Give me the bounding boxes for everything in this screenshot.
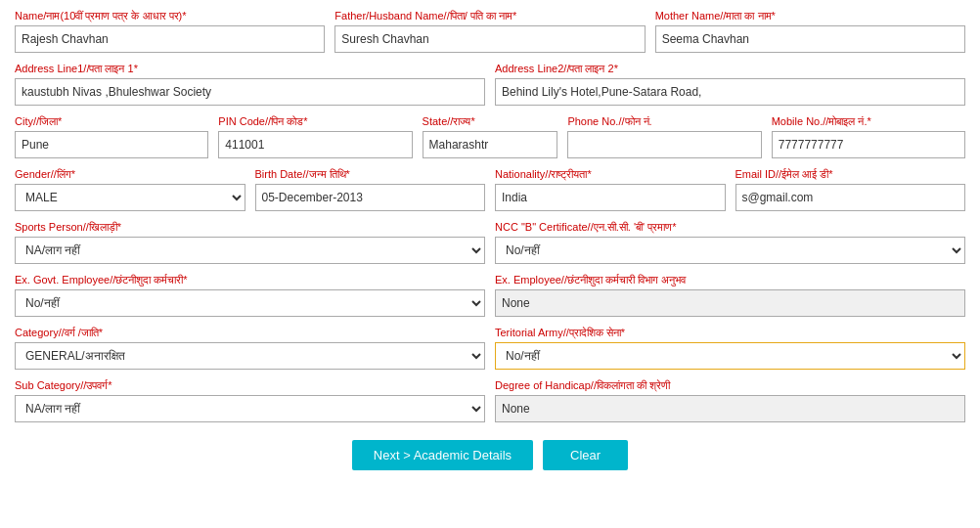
email-label: Email ID//ईमेल आई डी* [735, 168, 966, 181]
territorial-select[interactable]: No/नहीं Yes/हाँ [495, 342, 965, 370]
address1-input[interactable] [15, 78, 485, 106]
phone-group: Phone No.//फोन नं. [567, 115, 761, 158]
gender-select[interactable]: MALE FEMALE OTHER [15, 184, 245, 211]
address1-label: Address Line1//पता लाइन 1* [15, 63, 485, 75]
exemployee-group: Ex. Employee//छंटनीशुदा कर्मचारी विभाग अ… [495, 274, 965, 317]
gender-group: Gender//लिंग* MALE FEMALE OTHER [15, 168, 245, 211]
next-button[interactable]: Next > Academic Details [352, 440, 533, 470]
city-input[interactable] [15, 131, 208, 158]
button-row: Next > Academic Details Clear [15, 440, 965, 480]
mother-group: Mother Name//माता का नाम* [655, 10, 965, 53]
father-input[interactable] [334, 25, 645, 53]
mobile-input[interactable] [772, 131, 965, 158]
birthdate-group: Birth Date//जन्म तिथि* [255, 168, 486, 211]
ncc-group: NCC "B" Certificate//एन.सी.सी. 'बी' प्रम… [495, 221, 965, 264]
mobile-label: Mobile No.//मोबाइल नं.* [772, 115, 965, 128]
form-container: Name/नाम(10वीं प्रमाण पत्र के आधार पर)* … [15, 10, 965, 480]
sports-group: Sports Person//खिलाड़ी* NA/लाग नहीं Yes/… [15, 221, 485, 264]
nationality-label: Nationality//राष्ट्रीयता* [495, 168, 726, 181]
sports-select[interactable]: NA/लाग नहीं Yes/हाँ No/नहीं [15, 237, 485, 264]
name-group: Name/नाम(10वीं प्रमाण पत्र के आधार पर)* [15, 10, 325, 53]
subcategory-label: Sub Category//उपवर्ग* [15, 379, 485, 392]
row-city-contact: City//जिला* PIN Code//पिन कोड* State//रा… [15, 115, 965, 158]
row-names: Name/नाम(10वीं प्रमाण पत्र के आधार पर)* … [15, 10, 965, 53]
ncc-label: NCC "B" Certificate//एन.सी.सी. 'बी' प्रम… [495, 221, 965, 234]
row-sports-ncc: Sports Person//खिलाड़ी* NA/लाग नहीं Yes/… [15, 221, 965, 264]
subcategory-group: Sub Category//उपवर्ग* NA/लाग नहीं [15, 379, 485, 422]
nationality-group: Nationality//राष्ट्रीयता* [495, 168, 726, 211]
row-subcategory: Sub Category//उपवर्ग* NA/लाग नहीं Degree… [15, 379, 965, 422]
state-group: State//राज्य* [423, 115, 558, 158]
address1-group: Address Line1//पता लाइन 1* [15, 63, 485, 106]
address2-input[interactable] [495, 78, 965, 106]
handicap-label: Degree of Handicap//विकलांगता की श्रेणी [495, 379, 965, 392]
clear-button[interactable]: Clear [543, 440, 628, 470]
exgovt-group: Ex. Govt. Employee//छंटनीशुदा कर्मचारी* … [15, 274, 485, 317]
exgovt-select[interactable]: No/नहीं Yes/हाँ [15, 289, 485, 317]
row-exgovt: Ex. Govt. Employee//छंटनीशुदा कर्मचारी* … [15, 274, 965, 317]
birthdate-input[interactable] [255, 184, 486, 211]
phone-input[interactable] [567, 131, 761, 158]
name-label: Name/नाम(10वीं प्रमाण पत्र के आधार पर)* [15, 10, 325, 22]
category-select[interactable]: GENERAL/अनारक्षित OBC SC ST [15, 342, 485, 370]
exgovt-label: Ex. Govt. Employee//छंटनीशुदा कर्मचारी* [15, 274, 485, 286]
state-input[interactable] [423, 131, 558, 158]
city-group: City//जिला* [15, 115, 208, 158]
nationality-input[interactable] [495, 184, 726, 211]
birthdate-label: Birth Date//जन्म तिथि* [255, 168, 486, 181]
mother-label: Mother Name//माता का नाम* [655, 10, 965, 22]
sports-label: Sports Person//खिलाड़ी* [15, 221, 485, 234]
email-input[interactable] [735, 184, 966, 211]
row-category: Category//वर्ग /जाति* GENERAL/अनारक्षित … [15, 327, 965, 370]
name-input[interactable] [15, 25, 325, 53]
handicap-group: Degree of Handicap//विकलांगता की श्रेणी … [495, 379, 965, 422]
email-group: Email ID//ईमेल आई डी* [735, 168, 966, 211]
state-label: State//राज्य* [423, 115, 558, 128]
gender-label: Gender//लिंग* [15, 168, 245, 181]
territorial-group: Teritorial Army//प्रादेशिक सेना* No/नहीं… [495, 327, 965, 370]
category-label: Category//वर्ग /जाति* [15, 327, 485, 339]
address2-group: Address Line2//पता लाइन 2* [495, 63, 965, 106]
mother-input[interactable] [655, 25, 965, 53]
ncc-select[interactable]: No/नहीं Yes/हाँ [495, 237, 965, 264]
phone-label: Phone No.//फोन नं. [567, 115, 761, 128]
exemployee-label: Ex. Employee//छंटनीशुदा कर्मचारी विभाग अ… [495, 274, 965, 286]
exemployee-value: None [495, 289, 965, 317]
father-label: Father/Husband Name//पिता/ पति का नाम* [334, 10, 645, 22]
pin-group: PIN Code//पिन कोड* [218, 115, 412, 158]
pin-input[interactable] [218, 131, 412, 158]
subcategory-select[interactable]: NA/लाग नहीं [15, 395, 485, 422]
territorial-label: Teritorial Army//प्रादेशिक सेना* [495, 327, 965, 339]
category-group: Category//वर्ग /जाति* GENERAL/अनारक्षित … [15, 327, 485, 370]
handicap-value: None [495, 395, 965, 422]
row-personal: Gender//लिंग* MALE FEMALE OTHER Birth Da… [15, 168, 965, 211]
row-address: Address Line1//पता लाइन 1* Address Line2… [15, 63, 965, 106]
father-group: Father/Husband Name//पिता/ पति का नाम* [334, 10, 645, 53]
city-label: City//जिला* [15, 115, 208, 128]
address2-label: Address Line2//पता लाइन 2* [495, 63, 965, 75]
mobile-group: Mobile No.//मोबाइल नं.* [772, 115, 965, 158]
pin-label: PIN Code//पिन कोड* [218, 115, 412, 128]
